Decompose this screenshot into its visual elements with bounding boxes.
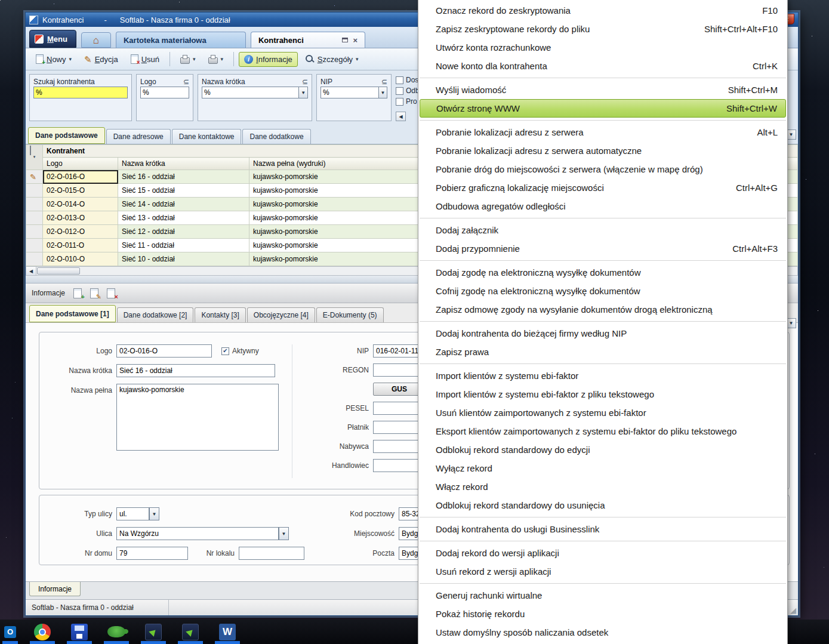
ulica-field[interactable] (116, 527, 279, 540)
print-preview-button[interactable]: ▾ (203, 52, 229, 67)
add-record-button[interactable]: + (73, 288, 82, 298)
szczegoly-button[interactable]: Szczegóły ▾ (300, 51, 364, 67)
combo-dropdown-button[interactable]: ▼ (149, 507, 159, 520)
informacje-button[interactable]: i Informacje (239, 52, 298, 67)
menu-item[interactable]: Odbudowa agregatów odległości (418, 197, 787, 215)
menu-item[interactable]: Zapisz prawa (418, 343, 787, 361)
tab-kontrahenci[interactable]: Kontrahenci × (251, 32, 365, 48)
menu-item[interactable]: Odblokuj rekord standardowy do usunięcia (418, 496, 787, 514)
menu-item[interactable]: Wyślij wiadomośćShift+Ctrl+M (418, 81, 787, 99)
menu-item[interactable]: Usuń rekord z wersji aplikacji (418, 562, 787, 581)
taskbar-chart-app-1-button[interactable] (140, 620, 167, 644)
resize-grip-icon[interactable]: ◢ (790, 606, 796, 614)
cell-logo[interactable]: 02-O-012-O (43, 225, 118, 239)
menu-item[interactable]: Ustaw domyślny sposób naliczania odsetek (418, 623, 787, 642)
menu-item[interactable]: Cofnij zgodę na elektroniczną wysyłkę do… (418, 282, 787, 300)
cell-logo[interactable]: 02-O-013-O (43, 211, 118, 225)
menu-item[interactable]: Włącz rekord (418, 477, 787, 496)
menu-item[interactable]: Usuń klientów zaimportowanych z systemu … (418, 403, 787, 422)
filter-condition-icon[interactable]: ⊆ (302, 78, 308, 86)
detail-tab-dane-podstawowe[interactable]: Dane podstawowe [1] (29, 305, 116, 322)
dropdown-icon[interactable]: ▾ (356, 56, 359, 62)
menu-item[interactable]: Zapisz zeskryptowane rekordy do plikuShi… (418, 20, 787, 38)
dropdown-icon[interactable]: ▾ (69, 56, 72, 62)
menu-item[interactable]: Pobranie lokalizacji adresu z serwera au… (418, 141, 787, 160)
menu-item[interactable]: Pokaż historię rekordu (418, 605, 787, 623)
list-tab-dane-dodatkowe[interactable]: Dane dodatkowe (242, 129, 310, 144)
bottom-tab-informacje[interactable]: Informacje (29, 582, 81, 596)
tab-close-icon[interactable]: × (353, 36, 358, 44)
cell-nazwa-krotka[interactable]: Sieć 10 - oddział (118, 252, 249, 266)
cell-nazwa-krotka[interactable]: Sieć 13 - oddział (118, 211, 249, 225)
table-corner-cell[interactable]: ▾ (26, 145, 43, 170)
taskbar-chrome-button[interactable] (29, 620, 56, 644)
menu-item[interactable]: Dodaj kontrahenta do usługi Businesslink (418, 520, 787, 538)
flag-checkbox[interactable] (396, 87, 403, 95)
usun-button[interactable]: × Usuń (125, 51, 165, 67)
detail-tab-edokumenty[interactable]: E-Dokumenty (5) (316, 307, 384, 322)
print-button[interactable]: ▾ (175, 52, 201, 67)
edit-record-button[interactable]: ✎ (90, 288, 98, 298)
menu-item[interactable]: Utwórz konta rozrachunkowe (418, 38, 787, 57)
cell-nazwa-krotka[interactable]: Sieć 14 - oddział (118, 198, 249, 211)
taskbar-outlook-button[interactable]: O (1, 620, 19, 644)
menu-item[interactable]: Dodaj przypomnienieCtrl+Alt+F3 (418, 239, 787, 258)
cell-logo[interactable]: 02-O-015-O (43, 184, 118, 198)
flag-checkbox[interactable] (396, 76, 403, 84)
taskbar-save-button[interactable] (66, 620, 93, 644)
cell-logo[interactable]: 02-O-011-O (43, 239, 118, 252)
menu-item[interactable]: Import klientów z systemu ebi-faktor z p… (418, 385, 787, 403)
cell-logo[interactable]: 02-O-014-O (43, 198, 118, 211)
filter-condition-icon[interactable]: ⊆ (183, 78, 189, 86)
combo-dropdown-button[interactable]: ▼ (378, 87, 387, 98)
combo-dropdown-button[interactable]: ▼ (279, 527, 289, 540)
logo-filter-input[interactable] (140, 87, 189, 98)
menu-item[interactable]: Nowe konto dla kontrahentaCtrl+K (418, 57, 787, 75)
menu-item[interactable]: Otwórz stronę WWWShift+Ctrl+W (420, 99, 786, 118)
detail-tab-kontakty[interactable]: Kontakty [3] (195, 307, 245, 322)
list-tab-dane-adresowe[interactable]: Dane adresowe (106, 129, 171, 144)
menu-item[interactable]: Dodaj załącznik (418, 221, 787, 239)
combo-dropdown-button[interactable]: ▼ (298, 87, 308, 98)
nip-filter-input[interactable] (320, 87, 378, 98)
detail-tab-dane-dodatkowe[interactable]: Dane dodatkowe [2] (117, 307, 194, 322)
cell-nazwa-krotka[interactable]: Sieć 11 - oddział (118, 239, 249, 252)
nowy-button[interactable]: + Nowy ▾ (30, 51, 77, 67)
menu-item[interactable]: Dodaj zgodę na elektroniczną wysyłkę dok… (418, 263, 787, 282)
menu-item[interactable]: Dodaj kontrahenta do bieżącej firmy wedł… (418, 324, 787, 343)
nazwa-krotka-field[interactable] (116, 364, 275, 377)
menu-item[interactable]: Odblokuj rekord standardowy do edycji (418, 440, 787, 459)
nazwa-krotka-filter-input[interactable] (202, 87, 298, 98)
cell-nazwa-krotka[interactable]: Sieć 15 - oddział (118, 184, 249, 198)
taskbar-turtle-button[interactable] (103, 620, 130, 644)
menu-item[interactable]: Wyłącz rekord (418, 459, 787, 477)
flag-checkbox[interactable] (396, 98, 403, 106)
menu-item[interactable]: Pobranie dróg do miejscowości z serwera … (418, 160, 787, 178)
menu-item[interactable]: Pobierz graficzną lokalizację miejscowoś… (418, 178, 787, 197)
delete-record-button[interactable]: × (107, 288, 115, 298)
tab-kartoteka-materialowa[interactable]: Kartoteka materiałowa (116, 32, 246, 48)
column-header-nazwa-krotka[interactable]: Nazwa krótka (118, 158, 249, 170)
dropdown-icon[interactable]: ▾ (193, 56, 196, 62)
scrollbar-thumb[interactable] (37, 267, 80, 275)
menu-item[interactable]: Import klientów z systemu ebi-faktor (418, 366, 787, 385)
menu-button[interactable]: Menu (29, 30, 76, 48)
menu-item[interactable]: Dodaj rekord do wersji aplikacji (418, 544, 787, 562)
edycja-button[interactable]: ✎ Edycja (79, 52, 124, 67)
taskbar-chart-app-2-button[interactable] (177, 620, 204, 644)
nazwa-pelna-field[interactable]: kujawsko-pomorskie (116, 384, 279, 451)
scroll-left-button[interactable]: ◀ (26, 267, 36, 275)
flags-scroll-left-button[interactable]: ◀ (396, 112, 406, 121)
menu-item[interactable]: Generuj rachunki wirtualne (418, 586, 787, 605)
menu-item[interactable]: Zapisz odmowę zgody na wysyłanie dokumen… (418, 300, 787, 319)
list-tab-dane-kontaktowe[interactable]: Dane kontaktowe (172, 129, 242, 144)
taskbar-word-button[interactable]: W (214, 620, 241, 644)
typ-ulicy-field[interactable] (116, 507, 149, 520)
szukaj-kontrahenta-input[interactable] (33, 87, 128, 98)
cell-logo[interactable]: 02-O-010-O (43, 252, 118, 266)
list-tab-dane-podstawowe[interactable]: Dane podstawowe (28, 127, 105, 144)
menu-item[interactable]: Eksport klientów zaimportowanych z syste… (418, 422, 787, 440)
menu-item[interactable]: Pobranie lokalizacji adresu z serweraAlt… (418, 123, 787, 141)
logo-field[interactable] (116, 344, 212, 358)
dropdown-icon[interactable]: ▾ (221, 56, 224, 62)
